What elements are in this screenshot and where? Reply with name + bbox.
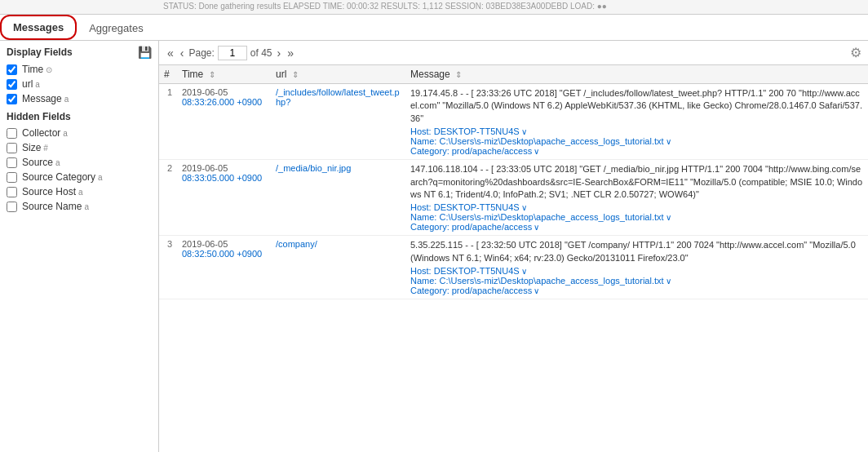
time-date-0: 2019-06-05 bbox=[182, 87, 228, 97]
url-value-0[interactable]: /_includes/follow/latest_tweet.php? bbox=[276, 87, 400, 107]
row-num-0: 1 bbox=[159, 84, 177, 160]
row-message-2: 5.35.225.115 - - [ 23:32:50 UTC 2018] "G… bbox=[405, 236, 868, 299]
table-row: 2 2019-06-05 08:33:05.000 +0900 /_media/… bbox=[159, 160, 868, 236]
field-url-checkbox[interactable] bbox=[7, 79, 17, 90]
field-size: Size # bbox=[0, 140, 158, 155]
pagination-controls: « ‹ Page: of 45 › » bbox=[166, 46, 295, 60]
msg-text-1: 147.106.118.104 - - [ 23:33:05 UTC 2018]… bbox=[410, 163, 863, 201]
table-header-row: # Time ⇕ url ⇕ Message ⇕ bbox=[159, 65, 868, 84]
page-label: Page: bbox=[188, 47, 214, 59]
right-panel: « ‹ Page: of 45 › » ⚙ bbox=[159, 41, 868, 452]
row-num-2: 3 bbox=[159, 236, 177, 299]
save-fields-icon[interactable]: 💾 bbox=[138, 46, 152, 59]
time-sub-2[interactable]: 08:32:50.000 +0900 bbox=[182, 249, 262, 259]
row-url-0: /_includes/follow/latest_tweet.php? bbox=[271, 84, 405, 160]
row-message-1: 147.106.118.104 - - [ 23:33:05 UTC 2018]… bbox=[405, 160, 868, 236]
field-source-name: Source Name a bbox=[0, 199, 158, 214]
field-source: Source a bbox=[0, 155, 158, 170]
row-message-0: 19.174.45.8 - - [ 23:33:26 UTC 2018] "GE… bbox=[405, 84, 868, 160]
time-sort-icon: ⇕ bbox=[209, 70, 215, 79]
field-source-host: Source Host a bbox=[0, 184, 158, 199]
col-header-url[interactable]: url ⇕ bbox=[271, 65, 405, 84]
msg-category-0[interactable]: Category: prod/apache/access ∨ bbox=[410, 146, 863, 156]
table-container: # Time ⇕ url ⇕ Message ⇕ 1 2019-06-05 08… bbox=[159, 65, 868, 452]
url-sort-icon: ⇕ bbox=[292, 70, 299, 79]
msg-category-1[interactable]: Category: prod/apache/access ∨ bbox=[410, 222, 863, 232]
of-pages: of 45 bbox=[250, 47, 272, 59]
url-value-1[interactable]: /_media/bio_nir.jpg bbox=[276, 163, 351, 173]
msg-name-0[interactable]: Name: C:\Users\s-miz\Desktop\apache_acce… bbox=[410, 136, 863, 146]
msg-host-0[interactable]: Host: DESKTOP-TT5NU4S ∨ bbox=[410, 126, 863, 136]
field-time-checkbox[interactable] bbox=[7, 64, 17, 75]
row-time-2: 2019-06-05 08:32:50.000 +0900 bbox=[177, 236, 271, 299]
msg-meta-0: Host: DESKTOP-TT5NU4S ∨ Name: C:\Users\s… bbox=[410, 126, 863, 156]
col-header-num: # bbox=[159, 65, 177, 84]
last-page-button[interactable]: » bbox=[286, 47, 295, 60]
time-date-1: 2019-06-05 bbox=[182, 163, 228, 173]
msg-text-0: 19.174.45.8 - - [ 23:33:26 UTC 2018] "GE… bbox=[410, 87, 863, 125]
url-value-2[interactable]: /company/ bbox=[276, 239, 317, 249]
first-page-button[interactable]: « bbox=[166, 47, 175, 60]
field-source-category: Source Category a bbox=[0, 170, 158, 184]
next-page-button[interactable]: › bbox=[276, 47, 283, 60]
left-panel: Display Fields 💾 Time ⊙ url a Message a … bbox=[0, 41, 159, 452]
time-sub-0[interactable]: 08:33:26.000 +0900 bbox=[182, 97, 262, 107]
table-settings-icon[interactable]: ⚙ bbox=[850, 45, 861, 60]
field-message: Message a bbox=[0, 91, 158, 106]
tab-aggregates[interactable]: Aggregates bbox=[77, 16, 156, 39]
display-fields-header: Display Fields 💾 bbox=[0, 41, 158, 62]
row-time-1: 2019-06-05 08:33:05.000 +0900 bbox=[177, 160, 271, 236]
msg-category-2[interactable]: Category: prod/apache/access ∨ bbox=[410, 286, 863, 295]
tab-bar: Messages Aggregates bbox=[0, 15, 868, 41]
row-url-2: /company/ bbox=[271, 236, 405, 299]
msg-meta-2: Host: DESKTOP-TT5NU4S ∨ Name: C:\Users\s… bbox=[410, 266, 863, 295]
field-source-checkbox[interactable] bbox=[7, 157, 17, 168]
pagination-bar: « ‹ Page: of 45 › » ⚙ bbox=[159, 41, 868, 65]
field-collector: Collector a bbox=[0, 126, 158, 140]
field-time: Time ⊙ bbox=[0, 62, 158, 77]
field-message-checkbox[interactable] bbox=[7, 94, 17, 104]
field-collector-checkbox[interactable] bbox=[7, 128, 17, 139]
field-size-checkbox[interactable] bbox=[7, 143, 17, 153]
msg-sort-icon: ⇕ bbox=[455, 70, 462, 79]
col-header-message[interactable]: Message ⇕ bbox=[405, 65, 868, 84]
prev-page-button[interactable]: ‹ bbox=[179, 47, 186, 60]
field-source-host-checkbox[interactable] bbox=[7, 187, 17, 197]
status-text: STATUS: Done gathering results ELAPSED T… bbox=[163, 2, 607, 11]
field-source-category-checkbox[interactable] bbox=[7, 172, 17, 183]
msg-name-1[interactable]: Name: C:\Users\s-miz\Desktop\apache_acce… bbox=[410, 212, 863, 222]
field-source-name-checkbox[interactable] bbox=[7, 202, 17, 212]
msg-meta-1: Host: DESKTOP-TT5NU4S ∨ Name: C:\Users\s… bbox=[410, 202, 863, 232]
msg-text-2: 5.35.225.115 - - [ 23:32:50 UTC 2018] "G… bbox=[410, 239, 863, 264]
field-url: url a bbox=[0, 77, 158, 91]
time-sub-1[interactable]: 08:33:05.000 +0900 bbox=[182, 173, 262, 183]
col-header-time[interactable]: Time ⇕ bbox=[177, 65, 271, 84]
main-layout: Display Fields 💾 Time ⊙ url a Message a … bbox=[0, 41, 868, 452]
hidden-fields-label: Hidden Fields bbox=[0, 106, 158, 126]
row-url-1: /_media/bio_nir.jpg bbox=[271, 160, 405, 236]
row-time-0: 2019-06-05 08:33:26.000 +0900 bbox=[177, 84, 271, 160]
status-bar: STATUS: Done gathering results ELAPSED T… bbox=[0, 0, 868, 15]
row-num-1: 2 bbox=[159, 160, 177, 236]
msg-name-2[interactable]: Name: C:\Users\s-miz\Desktop\apache_acce… bbox=[410, 276, 863, 286]
msg-host-1[interactable]: Host: DESKTOP-TT5NU4S ∨ bbox=[410, 202, 863, 212]
results-table: # Time ⇕ url ⇕ Message ⇕ 1 2019-06-05 08… bbox=[159, 65, 868, 299]
tab-messages[interactable]: Messages bbox=[0, 15, 77, 40]
table-row: 3 2019-06-05 08:32:50.000 +0900 /company… bbox=[159, 236, 868, 299]
msg-host-2[interactable]: Host: DESKTOP-TT5NU4S ∨ bbox=[410, 266, 863, 276]
time-date-2: 2019-06-05 bbox=[182, 239, 228, 249]
page-input[interactable] bbox=[218, 46, 247, 60]
table-row: 1 2019-06-05 08:33:26.000 +0900 /_includ… bbox=[159, 84, 868, 160]
display-fields-label: Display Fields bbox=[7, 47, 73, 58]
